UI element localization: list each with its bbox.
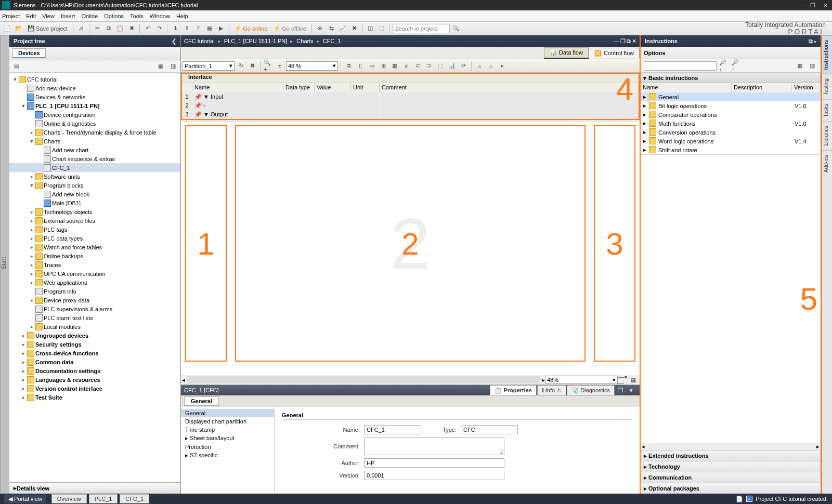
tree-item[interactable]: ▸ Documentation settings: [9, 366, 180, 375]
tree-mode2-icon[interactable]: ▥: [168, 61, 178, 72]
nav-item[interactable]: Time stamp: [181, 426, 274, 434]
tree-item[interactable]: ▸ Web applications: [9, 278, 180, 287]
input-comment[interactable]: [364, 437, 504, 455]
go-online-button[interactable]: ⚡ Go online: [232, 23, 270, 34]
instruction-item[interactable]: ▸Word logic operationsV1.4: [641, 137, 821, 145]
monitor-icon[interactable]: 👁: [315, 23, 325, 34]
tree-item[interactable]: ▸ Software units: [9, 172, 180, 181]
tab-diagnostics[interactable]: 🩺 Diagnostics: [567, 385, 615, 395]
tree-item[interactable]: ▸ Security settings: [9, 340, 180, 349]
nav-item[interactable]: ▸ Sheet bars/layout: [181, 434, 274, 443]
crumb-1[interactable]: PLC_1 [CPU 1511-1 PN]: [224, 38, 288, 44]
editor-close-icon[interactable]: ✕: [632, 38, 636, 45]
side-tab-tasks[interactable]: Tasks: [822, 99, 832, 122]
inspector-unpin-icon[interactable]: ❐: [615, 385, 626, 395]
filter-input[interactable]: [644, 61, 717, 71]
accordion-optional-packages[interactable]: ▸ Optional packages: [641, 483, 821, 494]
tree-item[interactable]: ▸ Local modules: [9, 322, 180, 331]
upload-icon[interactable]: ⇧: [193, 23, 203, 34]
cancel-icon[interactable]: ✖: [247, 61, 257, 71]
tree-item[interactable]: Devices & networks: [9, 92, 180, 101]
nav-item[interactable]: Protection: [181, 443, 274, 451]
interface-row[interactable]: 1📌 ▼ Input: [182, 92, 639, 101]
menu-online[interactable]: Online: [81, 13, 98, 19]
start-tab[interactable]: Start: [0, 35, 9, 494]
tb-nav-icon[interactable]: ▸: [497, 61, 508, 71]
tb-icon[interactable]: ⌂: [474, 61, 485, 71]
undo-icon[interactable]: ↶: [142, 23, 153, 34]
menu-tools[interactable]: Tools: [130, 13, 144, 19]
zoom-in-icon[interactable]: 🔍+: [263, 61, 274, 71]
chart-sheet[interactable]: 22: [235, 125, 586, 362]
editor-maximize-icon[interactable]: ❐: [620, 38, 626, 45]
tree-item[interactable]: ▼ PLC_1 [CPU 1511-1 PN]: [9, 101, 180, 110]
tree-item[interactable]: ▸ PLC tags: [9, 225, 180, 234]
tb-icon[interactable]: ⊃: [424, 61, 434, 71]
tree-item[interactable]: ▼ CFC tutorial: [9, 75, 180, 84]
view2-icon[interactable]: ▥: [807, 61, 817, 71]
search-input[interactable]: [393, 24, 450, 33]
collapse-pane-icon[interactable]: ❮: [172, 38, 176, 45]
tab-info[interactable]: ℹ Info ⚠: [537, 385, 566, 395]
zoom-slider-icon[interactable]: —●—: [618, 375, 628, 385]
refresh-icon[interactable]: ↻: [236, 61, 246, 71]
menu-help[interactable]: Help: [176, 13, 188, 19]
tb-icon[interactable]: ⊞: [378, 61, 388, 71]
tree-item[interactable]: ▸ Cross-device functions: [9, 349, 180, 357]
tree-item[interactable]: ▼ Charts: [9, 137, 180, 145]
partition-combo[interactable]: Partition_1▾: [183, 61, 235, 71]
tree-item[interactable]: ▸ Traces: [9, 260, 180, 269]
left-sheet-bar[interactable]: 1: [185, 125, 227, 362]
portal-view-button[interactable]: ◀ Portal view: [4, 495, 46, 503]
tree-item[interactable]: ▸ Ungrouped devices: [9, 331, 180, 340]
tab-properties[interactable]: 📋 Properties: [490, 385, 536, 395]
tb-icon[interactable]: ⬚: [435, 61, 446, 71]
tb-icon[interactable]: ▭: [367, 61, 377, 71]
delete-icon[interactable]: ✖: [126, 23, 137, 34]
trace-icon[interactable]: 📈: [337, 23, 348, 34]
details-view-bar[interactable]: ▸ Details view: [9, 482, 180, 494]
instruction-item[interactable]: ▸Comparator operations: [641, 110, 821, 119]
side-tab-libraries[interactable]: Libraries: [822, 121, 832, 150]
compile-icon[interactable]: ⬇: [170, 23, 180, 34]
crumb-2[interactable]: Charts: [296, 38, 313, 44]
cut-icon[interactable]: ✂: [92, 23, 102, 34]
minimize-icon[interactable]: —: [796, 2, 805, 8]
tree-item[interactable]: Device configuration: [9, 110, 180, 119]
tb-icon[interactable]: ⧉: [344, 61, 354, 71]
side-tab-instructions[interactable]: Instructions: [822, 35, 832, 74]
crumb-0[interactable]: CFC tutorial: [184, 38, 215, 44]
save-project-button[interactable]: 💾 Save project: [25, 23, 70, 34]
tree-item[interactable]: ▸ Technology objects: [9, 207, 180, 216]
bottom-tab[interactable]: Overview: [51, 494, 87, 503]
new-project-icon[interactable]: 📄: [2, 23, 12, 34]
tree-item[interactable]: Main [OB1]: [9, 198, 180, 207]
tree-item[interactable]: Add new chart: [9, 145, 180, 154]
tree-item[interactable]: Program info: [9, 287, 180, 296]
menu-project[interactable]: Project: [2, 13, 20, 19]
tree-item[interactable]: Add new device: [9, 84, 180, 92]
input-author[interactable]: [364, 458, 504, 468]
input-name[interactable]: [364, 425, 421, 434]
view-icon[interactable]: ▦: [795, 61, 805, 71]
menu-edit[interactable]: Edit: [26, 13, 36, 19]
accordion-technology[interactable]: ▸ Technology: [641, 461, 821, 472]
bottom-tab[interactable]: CFC_1: [120, 494, 149, 503]
project-tree[interactable]: ▼ CFC tutorial Add new device Devices & …: [9, 73, 180, 482]
overview-icon[interactable]: ▦: [628, 375, 639, 385]
interface-row[interactable]: 3📌 ▼ Output: [182, 110, 639, 119]
menu-options[interactable]: Options: [104, 13, 124, 19]
tb-icon[interactable]: ⟳: [458, 61, 469, 71]
redo-icon[interactable]: ↷: [154, 23, 164, 34]
tree-item[interactable]: ▸ External source files: [9, 216, 180, 225]
nav-item[interactable]: Displayed chart partition: [181, 417, 274, 426]
bottom-tab[interactable]: PLC_1: [89, 494, 118, 503]
download-icon[interactable]: ⇩: [181, 23, 192, 34]
crumb-3[interactable]: CFC_1: [323, 38, 341, 44]
search-down-icon[interactable]: 🔎↓: [719, 61, 729, 71]
tree-mode1-icon[interactable]: ▦: [155, 61, 166, 72]
tree-item[interactable]: CFC_1: [9, 163, 180, 172]
side-tab-testing[interactable]: Testing: [822, 74, 832, 99]
right-hscroll[interactable]: ◂▸: [641, 443, 821, 450]
nav-item[interactable]: General: [181, 409, 274, 417]
